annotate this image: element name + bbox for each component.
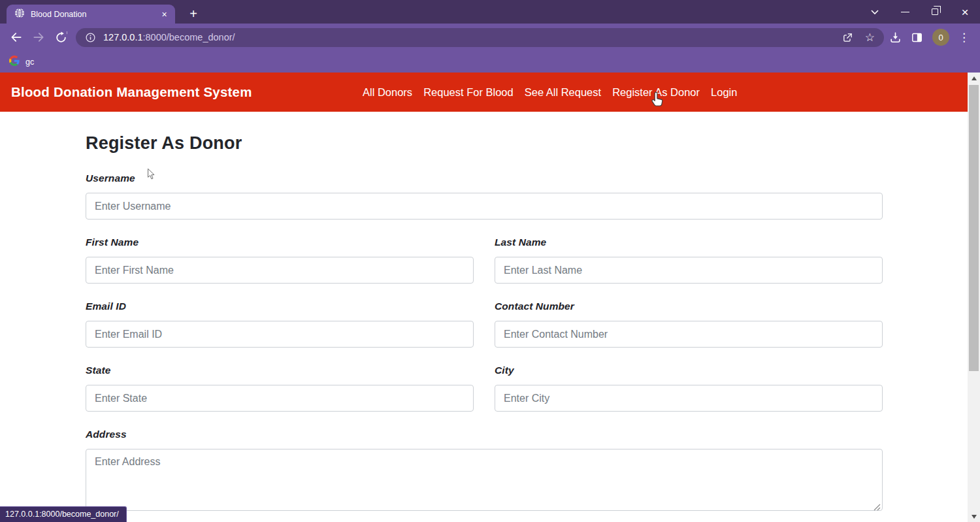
url-host: 127.0.0.1 xyxy=(103,32,142,42)
city-label: City xyxy=(495,365,883,376)
toolbar-right: 0 ⋮ xyxy=(889,29,975,46)
last-name-label: Last Name xyxy=(495,237,883,248)
page-viewport: Blood Donation Management System All Don… xyxy=(0,73,980,522)
email-field-group: Email ID xyxy=(86,301,474,348)
new-tab-button[interactable]: + xyxy=(184,6,203,22)
tab-search-chevron-icon[interactable] xyxy=(860,0,890,24)
scrollbar-down-icon[interactable] xyxy=(968,511,980,522)
tab-close-icon[interactable]: × xyxy=(159,8,170,20)
bookmark-item[interactable]: gc xyxy=(25,57,34,67)
contact-number-label: Contact Number xyxy=(495,301,883,312)
bookmarks-bar: gc xyxy=(0,51,980,73)
email-input[interactable] xyxy=(86,321,474,348)
restore-icon xyxy=(932,8,938,15)
last-name-field-group: Last Name xyxy=(495,237,883,284)
url-text: 127.0.0.1:8000/become_donor/ xyxy=(103,32,235,42)
minimize-icon xyxy=(901,12,909,12)
first-name-field-group: First Name xyxy=(86,237,474,284)
browser-menu-icon[interactable]: ⋮ xyxy=(958,32,970,43)
tab-favicon-globe-icon xyxy=(14,8,25,21)
page-title: Register As Donor xyxy=(86,133,883,154)
nav-link-register-as-donor[interactable]: Register As Donor xyxy=(612,86,700,99)
state-city-row: State City xyxy=(86,365,883,429)
site-brand[interactable]: Blood Donation Management System xyxy=(11,84,252,100)
textarea-resize-grip-icon[interactable] xyxy=(874,502,881,509)
name-row: First Name Last Name xyxy=(86,237,883,301)
username-field-group: Username xyxy=(86,172,883,220)
browser-window: Blood Donation × + × xyxy=(0,0,980,522)
url-path: :8000/become_donor/ xyxy=(142,32,235,42)
contact-number-input[interactable] xyxy=(495,321,883,348)
scrollbar-up-icon[interactable] xyxy=(968,73,980,84)
page-scrollbar[interactable] xyxy=(968,73,980,522)
share-icon[interactable] xyxy=(842,32,853,43)
last-name-input[interactable] xyxy=(495,257,883,284)
site-nav-links: All Donors Request For Blood See All Req… xyxy=(363,73,737,112)
nav-link-request-for-blood[interactable]: Request For Blood xyxy=(423,86,514,99)
back-button[interactable] xyxy=(5,26,27,48)
address-bar[interactable]: 127.0.0.1:8000/become_donor/ ☆ xyxy=(76,28,884,47)
browser-tab[interactable]: Blood Donation × xyxy=(7,5,175,24)
first-name-label: First Name xyxy=(86,237,474,248)
site-info-icon[interactable] xyxy=(85,32,96,43)
address-bar-actions: ☆ xyxy=(842,32,875,43)
state-input[interactable] xyxy=(86,385,474,412)
site-navbar: Blood Donation Management System All Don… xyxy=(0,73,968,112)
register-form: Register As Donor Username First Name La… xyxy=(86,112,883,511)
status-bar-url: 127.0.0.1:8000/become_donor/ xyxy=(0,506,127,522)
contact-number-field-group: Contact Number xyxy=(495,301,883,348)
state-field-group: State xyxy=(86,365,474,412)
reload-button[interactable] xyxy=(50,26,72,48)
first-name-input[interactable] xyxy=(86,257,474,284)
minimize-button[interactable] xyxy=(890,0,920,24)
tab-title: Blood Donation xyxy=(31,10,153,19)
username-input[interactable] xyxy=(86,193,883,220)
city-input[interactable] xyxy=(495,385,883,412)
state-label: State xyxy=(86,365,474,376)
close-icon: × xyxy=(961,6,968,18)
side-panel-icon[interactable] xyxy=(911,31,923,44)
address-textarea[interactable] xyxy=(86,449,883,511)
forward-button[interactable] xyxy=(27,26,50,48)
email-contact-row: Email ID Contact Number xyxy=(86,301,883,365)
scrollbar-thumb[interactable] xyxy=(969,85,979,371)
google-favicon-icon xyxy=(9,56,20,69)
nav-link-see-all-request[interactable]: See All Request xyxy=(525,86,601,99)
page-content: Blood Donation Management System All Don… xyxy=(0,73,968,522)
email-label: Email ID xyxy=(86,301,474,312)
window-controls: × xyxy=(860,0,980,24)
nav-link-all-donors[interactable]: All Donors xyxy=(363,86,412,99)
address-label: Address xyxy=(86,429,883,440)
bookmark-star-icon[interactable]: ☆ xyxy=(865,32,875,43)
nav-link-login[interactable]: Login xyxy=(711,86,737,99)
username-label: Username xyxy=(86,172,883,184)
browser-titlebar: Blood Donation × + × xyxy=(0,0,980,24)
city-field-group: City xyxy=(495,365,883,412)
download-icon[interactable] xyxy=(889,31,902,44)
restore-button[interactable] xyxy=(920,0,950,24)
browser-toolbar: 127.0.0.1:8000/become_donor/ ☆ xyxy=(0,24,980,51)
close-window-button[interactable]: × xyxy=(950,0,980,24)
address-field-group: Address xyxy=(86,429,883,511)
profile-avatar[interactable]: 0 xyxy=(932,29,949,46)
